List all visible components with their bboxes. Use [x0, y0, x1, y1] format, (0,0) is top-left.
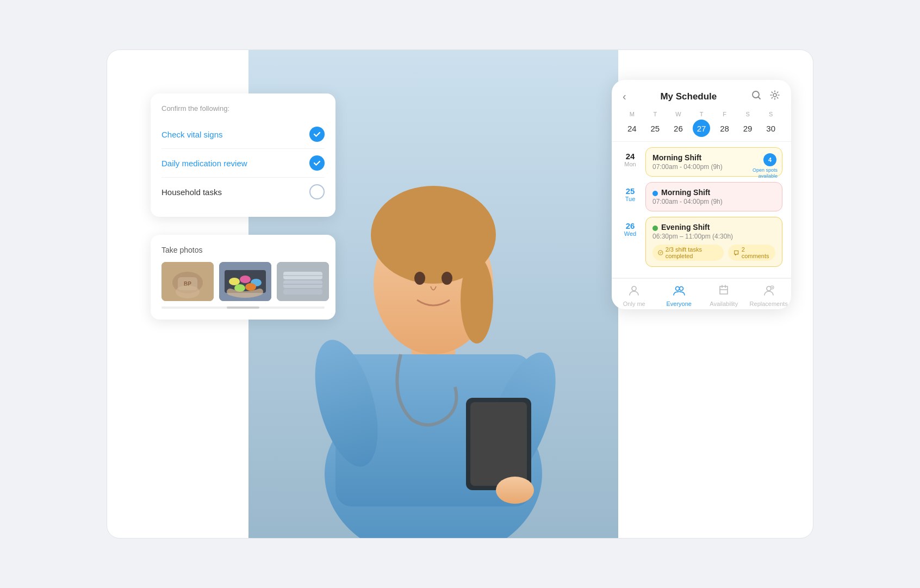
checklist-item-text-1: Check vital signs: [161, 130, 223, 139]
cal-day-num-5[interactable]: 29: [739, 120, 756, 137]
photos-label: Take photos: [161, 246, 325, 254]
shift-tags-3: 2/3 shift tasks completed 2 comments: [652, 245, 775, 261]
cal-col-2: W 26: [667, 111, 690, 137]
back-button[interactable]: ‹: [623, 90, 626, 103]
svg-point-5: [461, 257, 493, 343]
calendar-week: M 24 T 25 W 26 T 27 F 28 S 29: [612, 109, 791, 141]
shift-name-1: Morning Shift: [652, 153, 775, 162]
svg-point-36: [675, 287, 679, 291]
shift-row-3: 26 Wed Evening Shift 06:30pm – 11:00pm (…: [620, 217, 782, 267]
cal-day-header-3: T: [690, 111, 713, 117]
shift-tag-comments-text: 2 comments: [742, 246, 770, 259]
shift-date-label-2: Tue: [625, 196, 636, 202]
shift-date-col-2: 25 Tue: [620, 182, 640, 211]
cal-day-num-4[interactable]: 28: [716, 120, 733, 137]
photo-towels[interactable]: [277, 262, 329, 301]
svg-rect-29: [283, 289, 322, 295]
nav-replacements[interactable]: Replacements: [747, 284, 792, 307]
shift-row-1: 24 Mon Morning Shift 07:00am - 04:00pm (…: [620, 147, 782, 177]
shift-date-label-1: Mon: [624, 161, 636, 167]
cal-col-3: T 27: [690, 111, 713, 137]
shift-header-row-3: Evening Shift: [652, 223, 775, 232]
schedule-header: ‹ My Schedule: [612, 80, 791, 109]
shift-date-col-3: 26 Wed: [620, 217, 640, 267]
checklist-item-1[interactable]: Check vital signs: [161, 120, 325, 149]
svg-point-12: [414, 272, 425, 285]
cal-day-header-5: S: [736, 111, 760, 117]
shift-badge-text-1: Open spotsavailable: [753, 167, 778, 179]
nav-everyone-icon: [673, 284, 685, 299]
cal-day-header-0: M: [620, 111, 644, 117]
check-empty-icon-3: [309, 184, 325, 199]
shift-indicator-2: [652, 191, 658, 196]
svg-point-13: [442, 272, 452, 285]
shift-card-3[interactable]: Evening Shift 06:30pm – 11:00pm (4:30h) …: [645, 217, 782, 267]
photo-bp[interactable]: BP: [161, 262, 214, 301]
search-icon[interactable]: [751, 90, 762, 103]
svg-point-35: [632, 286, 636, 291]
svg-point-22: [240, 276, 251, 283]
cal-col-4: F 28: [713, 111, 736, 137]
shift-name-2: Morning Shift: [661, 188, 710, 197]
cal-col-5: S 29: [736, 111, 760, 137]
shift-tag-tasks-text: 2/3 shift tasks completed: [666, 246, 719, 259]
shift-card-1[interactable]: Morning Shift 07:00am - 04:00pm (9h) 4 O…: [645, 147, 782, 177]
svg-point-33: [773, 93, 776, 97]
svg-point-32: [753, 91, 759, 98]
cal-day-num-0[interactable]: 24: [623, 120, 641, 137]
nav-only-me-label: Only me: [623, 301, 645, 307]
cal-day-num-2[interactable]: 26: [669, 120, 687, 137]
nav-availability[interactable]: Availability: [701, 284, 747, 307]
shift-date-num-1: 24: [626, 152, 635, 161]
schedule-card: ‹ My Schedule M: [612, 80, 791, 309]
checklist-item-text-2: Daily medication review: [161, 159, 247, 168]
nav-only-me[interactable]: Only me: [612, 284, 657, 307]
svg-point-11: [496, 477, 534, 504]
cal-day-header-4: F: [713, 111, 736, 117]
cal-day-num-1[interactable]: 25: [647, 120, 664, 137]
checklist-item-text-3: Household tasks: [161, 187, 222, 197]
checklist-label: Confirm the following:: [161, 104, 325, 112]
nav-availability-label: Availability: [710, 301, 738, 307]
photo-pills[interactable]: [219, 262, 271, 301]
shift-row-2: 25 Tue Morning Shift 07:00am - 04:00pm (…: [620, 182, 782, 211]
settings-icon[interactable]: [769, 90, 780, 103]
svg-point-18: [176, 285, 200, 298]
cal-day-header-6: S: [759, 111, 782, 117]
check-icon-1: [309, 127, 325, 142]
nav-only-me-icon: [628, 284, 640, 299]
nav-replacements-label: Replacements: [750, 301, 788, 307]
shift-badge-1: 4: [763, 153, 776, 166]
shift-date-num-2: 25: [626, 186, 635, 196]
check-icon-2: [309, 155, 325, 171]
cal-day-header-1: T: [644, 111, 667, 117]
checklist-card: Confirm the following: Check vital signs…: [151, 93, 335, 217]
nav-everyone[interactable]: Everyone: [657, 284, 702, 307]
cal-day-num-3[interactable]: 27: [693, 120, 710, 137]
schedule-title: My Schedule: [660, 91, 717, 102]
photos-row: BP: [161, 262, 325, 301]
nav-availability-icon: [718, 284, 730, 299]
photos-scrollbar-thumb: [227, 306, 259, 309]
shift-date-label-3: Wed: [624, 230, 636, 237]
checklist-item-2[interactable]: Daily medication review: [161, 149, 325, 178]
cal-day-header-2: W: [667, 111, 690, 117]
photos-card: Take photos BP: [151, 235, 335, 320]
svg-point-37: [679, 287, 683, 291]
schedule-icons: [751, 90, 780, 103]
svg-point-25: [245, 283, 256, 291]
shift-name-3: Evening Shift: [661, 223, 710, 232]
shift-time-2: 07:00am - 04:00pm (9h): [652, 198, 775, 205]
checklist-item-3[interactable]: Household tasks: [161, 178, 325, 206]
cal-col-6: S 30: [759, 111, 782, 137]
schedule-nav: Only me Everyone: [612, 278, 791, 309]
shift-card-2[interactable]: Morning Shift 07:00am - 04:00pm (9h): [645, 182, 782, 211]
svg-point-21: [229, 278, 240, 285]
shift-date-col-1: 24 Mon: [620, 147, 640, 177]
shift-indicator-3: [652, 226, 658, 231]
nav-everyone-label: Everyone: [667, 301, 692, 307]
cal-col-0: M 24: [620, 111, 644, 137]
shift-date-num-3: 26: [626, 221, 635, 230]
photos-scrollbar: [161, 306, 325, 309]
cal-day-num-6[interactable]: 30: [762, 120, 780, 137]
